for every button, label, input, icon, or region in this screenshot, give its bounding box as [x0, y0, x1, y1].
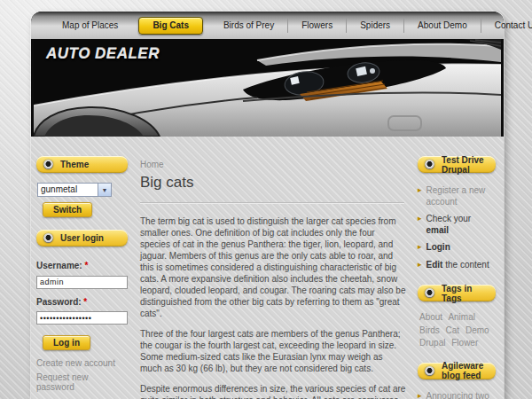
tag-link[interactable]: About — [419, 312, 442, 322]
left-sidebar: Theme gunmetal ▼ Switch User login Usern… — [34, 145, 132, 399]
nav-item-flowers[interactable]: Flowers — [288, 19, 347, 33]
username-label-text: Username: — [36, 261, 82, 270]
tag-link[interactable]: Demo — [466, 325, 489, 335]
required-marker: * — [83, 297, 87, 307]
block-bullet-icon — [43, 233, 53, 243]
blog-feed-item-label: Announcing two new services - Zimbra and… — [426, 391, 496, 399]
user-login-block-header: User login — [36, 230, 128, 246]
breadcrumb-home-link[interactable]: Home — [140, 160, 164, 169]
check-email-label: Check your email — [426, 214, 496, 236]
register-account-label: Register a new account — [426, 185, 496, 207]
title-separator — [140, 202, 404, 204]
theme-select[interactable]: gunmetal ▼ — [37, 183, 112, 197]
tag-link[interactable]: Cat — [446, 325, 460, 335]
username-label: Username: * — [36, 261, 128, 270]
blog-feed-item[interactable]: ▸ Announcing two new services - Zimbra a… — [418, 391, 496, 399]
article-paragraph: The term big cat is used to distinguish … — [140, 215, 406, 319]
main-content: Home Big cats The term big cat is used t… — [132, 145, 417, 399]
nav-item-map-of-places[interactable]: Map of Places — [49, 19, 131, 33]
request-new-password-link[interactable]: Request new password — [36, 372, 128, 392]
nav-item-about-demo[interactable]: About Demo — [404, 19, 481, 33]
main-navigation: Map of Places Big Cats Birds of Prey Flo… — [31, 12, 504, 39]
log-in-button[interactable]: Log in — [43, 335, 90, 350]
block-bullet-icon — [425, 288, 434, 298]
test-drive-block-header: Test Drive Drupal — [418, 156, 496, 173]
password-label-text: Password: — [36, 297, 82, 307]
login-link[interactable]: ▸ Login — [418, 242, 496, 254]
block-bullet-icon — [43, 160, 53, 169]
right-sidebar: Test Drive Drupal ▸ Register a new accou… — [417, 145, 501, 399]
header-banner: AUTO DEALER — [34, 39, 501, 137]
site-logo[interactable]: AUTO DEALER — [46, 45, 160, 63]
edit-content-link[interactable]: ▸ Edit the content — [418, 260, 496, 271]
required-marker: * — [84, 261, 88, 270]
edit-content-label: Edit the content — [426, 260, 489, 271]
article-paragraph: Three of the four largest cats are membe… — [140, 328, 406, 374]
arrow-bullet-icon: ▸ — [418, 214, 422, 236]
arrow-bullet-icon: ▸ — [418, 185, 422, 207]
login-label: Login — [426, 242, 450, 254]
block-bullet-icon — [425, 366, 434, 376]
article-paragraph: Despite enormous differences in size, th… — [140, 383, 406, 399]
tag-link[interactable]: Drupal — [419, 338, 445, 348]
arrow-bullet-icon: ▸ — [418, 260, 422, 271]
theme-select-value: gunmetal — [38, 184, 98, 196]
page-title: Big cats — [140, 174, 406, 192]
content-area: Theme gunmetal ▼ Switch User login Usern… — [31, 137, 504, 399]
tags-block-header: Tags in Tags — [418, 285, 496, 301]
tag-link[interactable]: Flower — [451, 338, 478, 348]
register-account-link[interactable]: ▸ Register a new account — [418, 185, 496, 207]
theme-block-header: Theme — [36, 156, 128, 173]
password-input[interactable] — [36, 311, 128, 325]
select-arrow-icon[interactable]: ▼ — [98, 184, 111, 196]
tag-link[interactable]: Animal — [448, 312, 475, 322]
arrow-bullet-icon: ▸ — [418, 242, 422, 254]
site-container: Map of Places Big Cats Birds of Prey Flo… — [31, 12, 504, 399]
test-drive-block-title: Test Drive Drupal — [442, 155, 489, 175]
nav-item-spiders[interactable]: Spiders — [347, 19, 404, 33]
nav-item-birds-of-prey[interactable]: Birds of Prey — [210, 19, 288, 33]
switch-button[interactable]: Switch — [43, 202, 92, 217]
tag-cloud: About Animal Birds Cat Demo Drupal Flowe… — [419, 311, 496, 350]
arrow-bullet-icon: ▸ — [418, 391, 422, 399]
tags-block-title: Tags in Tags — [442, 284, 489, 303]
check-email-link[interactable]: ▸ Check your email — [418, 214, 496, 236]
password-label: Password: * — [36, 297, 128, 307]
username-input[interactable] — [36, 276, 128, 289]
block-bullet-icon — [425, 160, 434, 169]
nav-item-big-cats[interactable]: Big Cats — [138, 17, 203, 35]
tag-link[interactable]: Birds — [419, 325, 440, 335]
create-new-account-link[interactable]: Create new account — [36, 358, 128, 368]
user-login-block-title: User login — [60, 233, 104, 243]
nav-item-contact-us[interactable]: Contact Us — [481, 19, 532, 33]
blog-feed-block-header: Agileware blog feed — [418, 363, 496, 379]
theme-block-title: Theme — [60, 160, 89, 169]
blog-feed-block-title: Agileware blog feed — [442, 361, 489, 380]
